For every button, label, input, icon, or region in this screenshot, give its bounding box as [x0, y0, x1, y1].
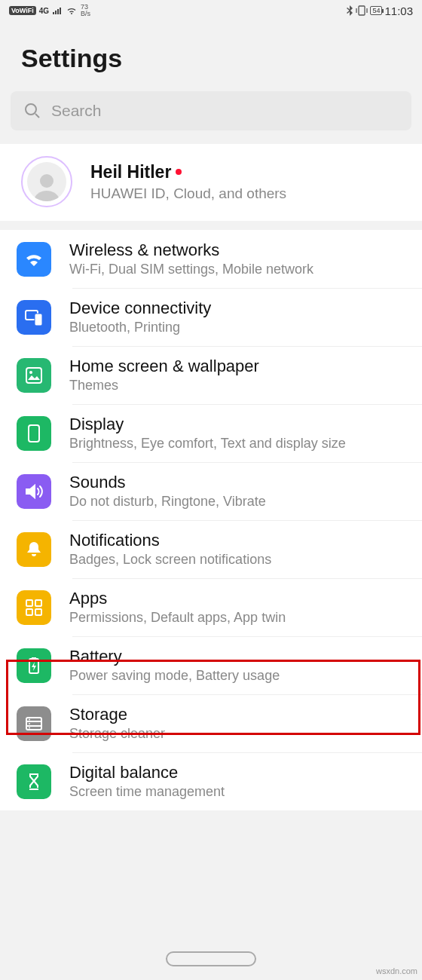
- item-title: Home screen & wallpaper: [69, 357, 408, 376]
- display-icon: [17, 416, 51, 451]
- hourglass-icon: [17, 764, 51, 799]
- data-speed: 73 B/s: [81, 4, 90, 17]
- svg-rect-5: [35, 314, 42, 326]
- item-sub: Wi-Fi, Dual SIM settings, Mobile network: [69, 262, 408, 277]
- item-sub: Badges, Lock screen notifications: [69, 552, 408, 568]
- account-name: Heil Hitler: [90, 162, 171, 182]
- devices-icon: [17, 300, 51, 335]
- bell-icon: [17, 532, 51, 567]
- search-input[interactable]: Search: [11, 91, 411, 130]
- svg-point-18: [29, 727, 30, 728]
- status-bar: VoWiFi 4G 73 B/s 54 11:03: [0, 0, 422, 21]
- settings-item-storage[interactable]: StorageStorage cleaner: [0, 694, 422, 752]
- item-title: Display: [69, 415, 408, 434]
- settings-list: Wireless & networksWi-Fi, Dual SIM setti…: [0, 230, 422, 810]
- page-title: Settings: [21, 44, 401, 73]
- sound-icon: [17, 474, 51, 509]
- storage-icon: [17, 706, 51, 741]
- item-sub: Themes: [69, 378, 408, 394]
- item-title: Notifications: [69, 531, 408, 550]
- item-title: Apps: [69, 589, 408, 608]
- settings-item-device-connectivity[interactable]: Device connectivityBluetooth, Printing: [0, 288, 422, 346]
- item-title: Sounds: [69, 473, 408, 492]
- svg-rect-11: [26, 609, 32, 615]
- item-title: Device connectivity: [69, 299, 408, 318]
- item-title: Battery: [69, 647, 408, 666]
- item-sub: Screen time management: [69, 784, 408, 800]
- battery-icon: [17, 648, 51, 683]
- settings-item-apps[interactable]: AppsPermissions, Default apps, App twin: [0, 578, 422, 636]
- svg-point-3: [34, 191, 60, 201]
- vibrate-icon: [356, 5, 368, 16]
- network-label: 4G: [39, 7, 49, 15]
- settings-item-battery[interactable]: BatteryPower saving mode, Battery usage: [0, 636, 422, 694]
- wifi-icon: [17, 242, 51, 277]
- svg-rect-14: [32, 657, 36, 660]
- page-header: Settings: [0, 21, 422, 91]
- svg-point-7: [29, 371, 32, 374]
- settings-item-sounds[interactable]: SoundsDo not disturb, Ringtone, Vibrate: [0, 462, 422, 520]
- svg-point-1: [26, 104, 36, 115]
- item-sub: Bluetooth, Printing: [69, 320, 408, 335]
- signal-icon: [52, 7, 63, 15]
- settings-item-digital-balance[interactable]: Digital balanceScreen time management: [0, 752, 422, 810]
- svg-point-16: [29, 718, 30, 720]
- item-sub: Do not disturb, Ringtone, Vibrate: [69, 494, 408, 510]
- item-title: Storage: [69, 705, 408, 724]
- item-sub: Permissions, Default apps, App twin: [69, 610, 408, 626]
- wallpaper-icon: [17, 358, 51, 393]
- item-sub: Storage cleaner: [69, 726, 408, 742]
- svg-rect-6: [26, 368, 41, 383]
- svg-rect-10: [35, 600, 41, 606]
- home-indicator[interactable]: [166, 951, 256, 966]
- wifi-status-icon: [66, 6, 78, 15]
- svg-rect-12: [35, 609, 41, 615]
- settings-item-display[interactable]: DisplayBrightness, Eye comfort, Text and…: [0, 404, 422, 462]
- apps-icon: [17, 590, 51, 625]
- search-placeholder: Search: [51, 102, 102, 120]
- svg-rect-0: [359, 6, 365, 15]
- settings-item-wireless-networks[interactable]: Wireless & networksWi-Fi, Dual SIM setti…: [0, 230, 422, 288]
- svg-point-2: [40, 174, 54, 188]
- clock: 11:03: [384, 5, 413, 17]
- search-icon: [24, 103, 41, 119]
- account-row[interactable]: Heil Hitler HUAWEI ID, Cloud, and others: [0, 144, 422, 221]
- battery-indicator: 54: [370, 6, 382, 15]
- item-sub: Brightness, Eye comfort, Text and displa…: [69, 436, 408, 452]
- settings-item-notifications[interactable]: NotificationsBadges, Lock screen notific…: [0, 520, 422, 578]
- avatar: [21, 156, 72, 207]
- bluetooth-icon: [346, 5, 353, 16]
- svg-rect-9: [26, 600, 32, 606]
- watermark: wsxdn.com: [376, 966, 417, 975]
- item-title: Digital balance: [69, 763, 408, 782]
- settings-item-home-screen-wallpaper[interactable]: Home screen & wallpaperThemes: [0, 346, 422, 404]
- vowifi-badge: VoWiFi: [9, 6, 36, 15]
- account-sub: HUAWEI ID, Cloud, and others: [90, 185, 408, 202]
- notification-dot: [176, 169, 182, 175]
- svg-point-17: [29, 723, 30, 724]
- item-sub: Power saving mode, Battery usage: [69, 668, 408, 684]
- svg-rect-8: [29, 425, 39, 442]
- item-title: Wireless & networks: [69, 240, 408, 260]
